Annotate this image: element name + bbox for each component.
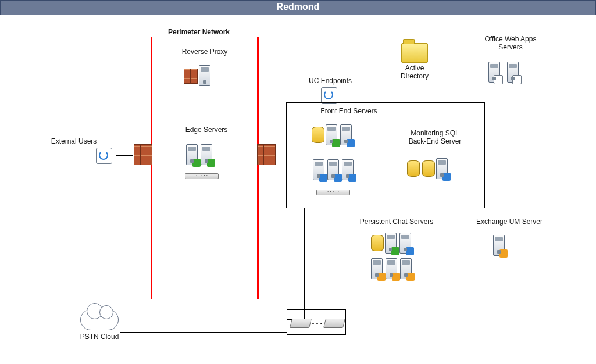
- label-uc-endpoints: UC Endpoints: [301, 77, 359, 85]
- fe-server-4-icon: [327, 159, 339, 180]
- pc-server-3-icon: [371, 258, 383, 279]
- fe-badge-4: [334, 174, 342, 182]
- mon-db-1-icon: [407, 160, 420, 177]
- perimeter-line-right: [257, 37, 259, 299]
- fe-badge-3: [319, 174, 327, 182]
- pc-db-icon: [371, 235, 384, 251]
- firewall-right-icon: [257, 144, 276, 165]
- label-front-end: Front End Servers: [308, 107, 390, 115]
- pc-server-5-icon: [400, 258, 412, 279]
- edge-switch-icon: [185, 173, 219, 179]
- line-extusers-fw: [116, 155, 133, 156]
- pc-server-2-icon: [399, 233, 411, 254]
- pstn-cloud-icon: [80, 309, 119, 330]
- mon-db-2-icon: [422, 160, 435, 177]
- pc-badge-5: [406, 273, 415, 281]
- mon-badge: [442, 173, 451, 181]
- fe-switch-icon: [316, 190, 350, 195]
- reverse-proxy-firewall-icon: [184, 69, 198, 84]
- label-edge-servers: Edge Servers: [174, 126, 238, 134]
- label-external-users: External Users: [48, 137, 100, 145]
- fe-server-5-icon: [342, 159, 354, 180]
- fe-server-2-icon: [340, 124, 352, 145]
- label-exchange-um: Exchange UM Server: [469, 217, 550, 226]
- fe-badge-1: [332, 139, 340, 147]
- edge-server-1-icon: [186, 144, 198, 165]
- pc-server-1-icon: [385, 233, 397, 254]
- router-right-icon: [323, 319, 345, 328]
- title-text: Redmond: [277, 2, 320, 12]
- ex-badge: [499, 249, 508, 258]
- diagram-canvas: Perimeter Network External Users Reverse…: [1, 15, 595, 363]
- title-bar: Redmond: [0, 0, 596, 15]
- line-fe-down: [304, 208, 305, 320]
- fe-db-1-icon: [312, 127, 324, 143]
- external-users-icon: [96, 148, 112, 164]
- fe-badge-5: [348, 174, 356, 182]
- owa-server-2-icon: [507, 62, 519, 83]
- edge-badge-2: [207, 159, 215, 167]
- router-left-icon: [290, 319, 312, 328]
- perimeter-line-left: [151, 37, 152, 299]
- reverse-proxy-server-icon: [199, 65, 210, 86]
- fe-server-1-icon: [326, 124, 337, 145]
- owa-badge-2: [512, 75, 522, 84]
- perimeter-heading: Perimeter Network: [158, 28, 240, 36]
- fe-badge-2: [347, 139, 355, 147]
- pc-badge-4: [392, 273, 400, 281]
- label-monitoring-sql: Monitoring SQL Back-End Server: [400, 129, 470, 145]
- owa-server-1-icon: [488, 62, 500, 83]
- router-dots: ...: [312, 315, 324, 327]
- label-persistent-chat: Persistent Chat Servers: [350, 217, 443, 226]
- uc-endpoints-icon: [321, 87, 337, 104]
- fe-server-3-icon: [313, 159, 324, 180]
- pc-badge-1: [391, 247, 399, 255]
- owa-badge-1: [494, 75, 503, 84]
- pc-badge-3: [377, 273, 386, 281]
- label-office-web-apps: Office Web Apps Servers: [476, 35, 545, 51]
- label-reverse-proxy: Reverse Proxy: [170, 48, 240, 56]
- pc-server-4-icon: [386, 258, 397, 279]
- edge-server-2-icon: [201, 144, 212, 165]
- mon-server-icon: [436, 158, 448, 179]
- label-pstn-cloud: PSTN Cloud: [67, 333, 131, 341]
- label-active-directory: Active Directory: [394, 64, 435, 80]
- line-pstn-router: [120, 332, 287, 333]
- pc-badge-2: [406, 247, 414, 255]
- firewall-left-icon: [134, 144, 152, 165]
- edge-badge-1: [192, 159, 201, 167]
- exchange-um-server-icon: [493, 235, 505, 256]
- active-directory-icon: [401, 43, 428, 63]
